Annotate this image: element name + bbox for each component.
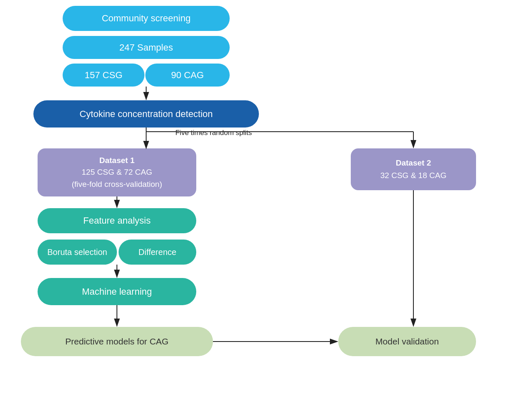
boruta-node: Boruta selection: [38, 240, 117, 265]
machine-learning-node: Machine learning: [38, 278, 196, 305]
cag-node: 90 CAG: [145, 64, 230, 87]
dataset1-node: Dataset 1 125 CSG & 72 CAG (five-fold cr…: [38, 148, 196, 196]
feature-analysis-node: Feature analysis: [38, 208, 196, 233]
cytokine-node: Cytokine concentration detection: [33, 100, 259, 128]
difference-node: Difference: [119, 240, 196, 265]
diagram: Community screening 247 Samples 157 CSG …: [0, 0, 532, 408]
samples-node: 247 Samples: [63, 36, 230, 59]
five-times-label: Five times random splits: [175, 129, 252, 137]
community-screening-node: Community screening: [63, 6, 230, 31]
csg-node: 157 CSG: [63, 64, 144, 87]
predictive-models-node: Predictive models for CAG: [21, 327, 213, 356]
model-validation-node: Model validation: [338, 327, 476, 356]
dataset2-node: Dataset 2 32 CSG & 18 CAG: [351, 148, 476, 190]
